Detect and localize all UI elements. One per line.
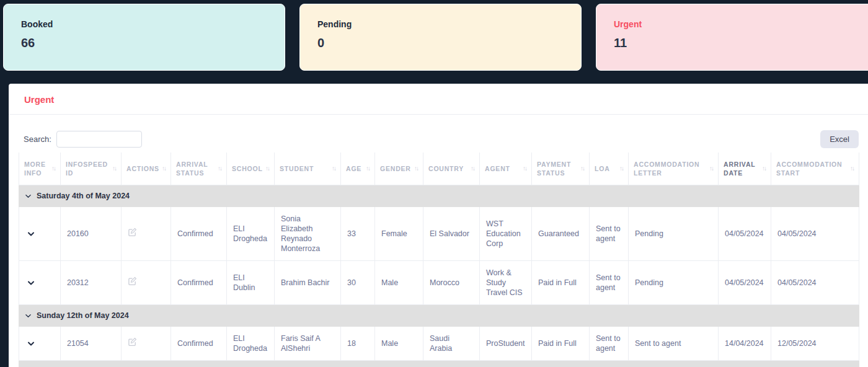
stat-card-urgent[interactable]: Urgent 11 <box>596 4 868 71</box>
cell-accommodation_letter: Pending <box>629 260 719 304</box>
table-row: 21054ConfirmedELI DroghedaFaris Saif A A… <box>19 326 859 360</box>
column-header-more[interactable]: More Info↑↓ <box>19 153 61 185</box>
cell-payment_status: Guaranteed <box>532 206 590 260</box>
cell-arrival_status: Confirmed <box>171 260 227 304</box>
column-header-accommodation_letter[interactable]: Accommodation Letter↑↓ <box>629 153 719 185</box>
cell-country: Morocco <box>423 260 480 304</box>
stat-card-value: 0 <box>317 36 564 50</box>
table-toolbar: Search: Excel <box>24 130 859 148</box>
edit-icon[interactable] <box>128 276 137 288</box>
cell-student: Faris Saif A AlShehri <box>275 326 341 360</box>
column-header-country[interactable]: Country↑↓ <box>423 153 480 185</box>
cell-student: Sonia Elizabeth Reynado Monterroza <box>275 206 341 260</box>
column-header-age[interactable]: Age↑↓ <box>341 153 375 185</box>
date-group-row[interactable]: Saturday 4th of May 2024 <box>19 185 859 206</box>
group-date-label: Saturday 4th of May 2024 <box>37 191 130 201</box>
column-header-arrival_status[interactable]: Arrival Status↑↓ <box>171 153 227 185</box>
expand-row-chevron-icon[interactable] <box>28 229 34 239</box>
cell-id: 20312 <box>61 260 122 304</box>
panel-header: Urgent <box>9 84 868 115</box>
column-header-arrival_date[interactable]: Arrival Date↑↓ <box>719 153 771 185</box>
date-group-row[interactable]: Tuesday 14th of May 2024 <box>19 360 859 367</box>
column-header-id[interactable]: Infospeed ID↑↓ <box>61 153 122 185</box>
cell-age: 33 <box>341 206 375 260</box>
column-header-gender[interactable]: Gender↑↓ <box>375 153 423 185</box>
cell-school: ELI Drogheda <box>227 326 275 360</box>
column-header-label: Student <box>280 164 330 173</box>
excel-export-button[interactable]: Excel <box>820 130 859 148</box>
column-header-label: Gender <box>380 164 413 173</box>
expand-row-chevron-icon[interactable] <box>28 338 34 348</box>
cell-school: ELI Dublin <box>227 260 275 304</box>
cell-payment_status: Paid in Full <box>532 260 590 304</box>
chevron-down-icon[interactable] <box>25 311 31 321</box>
stat-card-label: Pending <box>317 19 564 29</box>
sort-icon[interactable]: ↑↓ <box>708 165 713 172</box>
column-header-label: More Info <box>24 160 50 177</box>
cell-actions <box>122 206 171 260</box>
cell-actions <box>122 326 171 360</box>
chevron-down-icon[interactable] <box>25 191 31 201</box>
sort-icon[interactable]: ↑↓ <box>330 165 335 172</box>
column-header-label: Arrival Date <box>724 160 761 177</box>
stat-card-booked[interactable]: Booked 66 <box>3 4 285 71</box>
cell-age: 18 <box>341 326 375 360</box>
sort-icon[interactable]: ↑↓ <box>216 165 221 172</box>
sort-icon[interactable]: ↑↓ <box>50 165 55 172</box>
column-header-label: Age <box>346 164 365 173</box>
cell-gender: Male <box>375 326 423 360</box>
cell-agent: Work & Study Travel CIS <box>480 260 532 304</box>
column-header-accommodation_start[interactable]: Accommodation Start↑↓ <box>771 153 859 185</box>
edit-icon[interactable] <box>128 337 137 349</box>
sort-icon[interactable]: ↑↓ <box>264 165 269 172</box>
cell-school: ELI Drogheda <box>227 206 275 260</box>
column-header-label: Agent <box>485 164 521 173</box>
column-header-label: Accommodation Start <box>776 160 849 177</box>
sort-icon[interactable]: ↑↓ <box>469 165 474 172</box>
urgent-panel: Urgent Search: Excel More Info↑↓Infospee… <box>9 84 868 367</box>
sort-icon[interactable]: ↑↓ <box>365 165 370 172</box>
sort-icon[interactable]: ↑↓ <box>111 165 116 172</box>
sort-icon[interactable]: ↑↓ <box>849 165 854 172</box>
edit-icon[interactable] <box>128 228 137 239</box>
cell-actions <box>122 260 171 304</box>
table-row: 20312ConfirmedELI DublinBrahim Bachir30M… <box>19 260 859 304</box>
sort-icon[interactable]: ↑↓ <box>579 165 584 172</box>
column-header-payment_status[interactable]: Payment Status↑↓ <box>532 153 590 185</box>
sort-icon[interactable]: ↑↓ <box>618 165 623 172</box>
column-header-school[interactable]: School↑↓ <box>227 153 275 185</box>
date-group-row[interactable]: Sunday 12th of May 2024 <box>19 304 859 326</box>
search-input[interactable] <box>56 131 142 148</box>
cell-accommodation_letter: Sent to agent <box>629 326 719 360</box>
cell-age: 30 <box>341 260 375 304</box>
cell-accommodation_start: 04/05/2024 <box>771 206 859 260</box>
column-header-student[interactable]: Student↑↓ <box>275 153 341 185</box>
cell-accommodation_letter: Pending <box>629 206 719 260</box>
sort-icon[interactable]: ↑↓ <box>413 165 418 172</box>
cell-id: 20160 <box>61 206 122 260</box>
panel-title: Urgent <box>24 94 852 105</box>
sort-icon[interactable]: ↑↓ <box>761 165 766 172</box>
column-header-actions[interactable]: Actions↑↓ <box>122 153 171 185</box>
expand-row-chevron-icon[interactable] <box>28 278 34 288</box>
stat-cards: Booked 66 Pending 0 Urgent 11 <box>0 0 868 71</box>
cell-arrival_date: 04/05/2024 <box>719 260 771 304</box>
column-header-loa[interactable]: LOA↑↓ <box>590 153 629 185</box>
column-header-label: Infospeed ID <box>66 160 111 177</box>
search-label: Search: <box>24 135 51 144</box>
sort-icon[interactable]: ↑↓ <box>161 165 166 172</box>
cell-accommodation_start: 12/05/2024 <box>771 326 859 360</box>
cell-arrival_status: Confirmed <box>171 206 227 260</box>
cell-loa: Sent to agent <box>590 260 629 304</box>
cell-arrival_status: Confirmed <box>171 326 227 360</box>
column-header-label: Country <box>428 164 469 173</box>
stat-card-pending[interactable]: Pending 0 <box>299 4 582 71</box>
column-header-agent[interactable]: Agent↑↓ <box>480 153 532 185</box>
stat-card-label: Booked <box>21 19 267 29</box>
sort-icon[interactable]: ↑↓ <box>521 165 526 172</box>
column-header-label: School <box>232 164 264 173</box>
column-header-label: Payment Status <box>537 160 579 177</box>
cell-agent: WST Education Corp <box>480 206 532 260</box>
table-row: 20160ConfirmedELI DroghedaSonia Elizabet… <box>19 206 859 260</box>
stat-card-value: 11 <box>614 36 860 50</box>
